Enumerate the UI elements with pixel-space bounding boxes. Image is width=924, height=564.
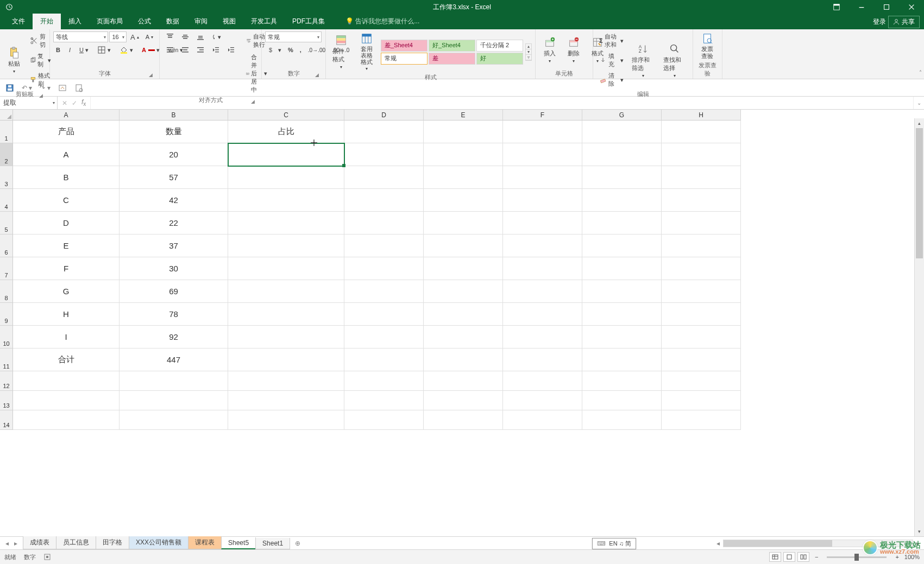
row-header-11[interactable]: 11 — [0, 348, 13, 371]
cell-F2[interactable] — [503, 143, 582, 166]
cell-D7[interactable] — [344, 257, 424, 280]
share-button[interactable]: 共享 — [888, 16, 920, 28]
row-header-4[interactable]: 4 — [0, 189, 13, 212]
clear-button[interactable]: 清除 ▾ — [596, 71, 626, 89]
cell-A3[interactable]: B — [13, 166, 120, 189]
autosum-button[interactable]: Σ 自动求和 ▾ — [596, 31, 626, 50]
cell-C9[interactable] — [228, 303, 344, 326]
cell-F5[interactable] — [503, 212, 582, 235]
enter-formula-button[interactable]: ✓ — [72, 99, 77, 107]
view-normal-button[interactable] — [769, 552, 781, 562]
cell-E10[interactable] — [424, 326, 503, 348]
cell-D4[interactable] — [344, 189, 424, 212]
cell-E13[interactable] — [424, 391, 503, 410]
percent-button[interactable]: % — [285, 46, 296, 54]
cell-G3[interactable] — [582, 166, 662, 189]
row-header-6[interactable]: 6 — [0, 235, 13, 257]
cell-B11[interactable]: 447 — [120, 348, 228, 371]
sheet-tab-课程表[interactable]: 课程表 — [188, 536, 222, 549]
ime-indicator[interactable]: ⌨EN ♫ 简 — [592, 538, 636, 549]
conditional-formatting-button[interactable]: 条件格式▾ — [329, 33, 353, 71]
cell-A10[interactable]: I — [13, 326, 120, 348]
cell-A6[interactable]: E — [13, 235, 120, 257]
cell-G5[interactable] — [582, 212, 662, 235]
tab-插入[interactable]: 插入 — [61, 14, 89, 29]
cell-C5[interactable] — [228, 212, 344, 235]
cell-E3[interactable] — [424, 166, 503, 189]
cell-G10[interactable] — [582, 326, 662, 348]
row-header-13[interactable]: 13 — [0, 391, 13, 410]
cell-F12[interactable] — [503, 371, 582, 391]
alignment-launcher[interactable]: ◢ — [251, 99, 257, 104]
cell-styles-gallery[interactable]: 差_Sheet4好_Sheet4千位分隔 2常规差好 — [381, 40, 523, 65]
cell-A9[interactable]: H — [13, 303, 120, 326]
tab-file[interactable]: 文件 — [4, 14, 33, 29]
tab-开始[interactable]: 开始 — [33, 14, 61, 29]
cell-B3[interactable]: 57 — [120, 166, 228, 189]
decrease-font-button[interactable]: A▾ — [143, 33, 156, 41]
cell-A13[interactable] — [13, 391, 120, 410]
spreadsheet-grid[interactable]: ABCDEFGH 1产品数量占比2A203B574C425D226E377F30… — [0, 110, 924, 435]
h-scroll-left[interactable]: ◂ — [716, 540, 720, 547]
cell-B1[interactable]: 数量 — [120, 121, 228, 143]
vertical-scrollbar[interactable]: ▴ ▾ — [914, 118, 924, 536]
cell-F7[interactable] — [503, 257, 582, 280]
cell-B4[interactable]: 42 — [120, 189, 228, 212]
align-left-button[interactable] — [163, 45, 177, 55]
accounting-format-button[interactable]: $▾ — [265, 45, 284, 55]
cell-G6[interactable] — [582, 235, 662, 257]
increase-font-button[interactable]: A▴ — [128, 32, 142, 42]
cell-H11[interactable] — [662, 348, 741, 371]
view-page-layout-button[interactable] — [783, 552, 795, 562]
style-cell-5[interactable]: 好 — [476, 53, 523, 65]
row-header-7[interactable]: 7 — [0, 257, 13, 280]
cell-A11[interactable]: 合计 — [13, 348, 120, 371]
cell-F3[interactable] — [503, 166, 582, 189]
cell-B2[interactable]: 20 — [120, 143, 228, 166]
cell-H4[interactable] — [662, 189, 741, 212]
cell-D5[interactable] — [344, 212, 424, 235]
cell-E11[interactable] — [424, 348, 503, 371]
window-maximize[interactable] — [874, 0, 899, 14]
cell-H10[interactable] — [662, 326, 741, 348]
cell-D9[interactable] — [344, 303, 424, 326]
number-format-combo[interactable]: 常规▾ — [265, 31, 322, 42]
cell-H6[interactable] — [662, 235, 741, 257]
window-minimize[interactable] — [849, 0, 874, 14]
style-cell-4[interactable]: 差 — [429, 53, 475, 65]
cell-A4[interactable]: C — [13, 189, 120, 212]
col-header-D[interactable]: D — [344, 110, 424, 121]
invoice-check-button[interactable]: 发票 查验 — [696, 31, 718, 60]
cell-B8[interactable]: 69 — [120, 280, 228, 303]
border-button[interactable]: ▾ — [95, 45, 114, 55]
col-header-A[interactable]: A — [13, 110, 120, 121]
col-header-H[interactable]: H — [662, 110, 741, 121]
font-name-combo[interactable]: 等线▾ — [53, 31, 108, 42]
cell-F4[interactable] — [503, 189, 582, 212]
cell-C2[interactable] — [228, 143, 344, 166]
cell-F1[interactable] — [503, 121, 582, 143]
cell-G11[interactable] — [582, 348, 662, 371]
cell-H12[interactable] — [662, 371, 741, 391]
cell-B10[interactable]: 92 — [120, 326, 228, 348]
increase-indent-button[interactable] — [224, 45, 238, 55]
cell-B12[interactable] — [120, 371, 228, 391]
cell-A12[interactable] — [13, 371, 120, 391]
align-bottom-button[interactable] — [193, 31, 208, 42]
cell-H2[interactable] — [662, 143, 741, 166]
orientation-button[interactable]: ⤹ ▾ — [209, 33, 224, 42]
cell-C7[interactable] — [228, 257, 344, 280]
cell-B7[interactable]: 30 — [120, 257, 228, 280]
row-header-12[interactable]: 12 — [0, 371, 13, 391]
cell-A14[interactable] — [13, 410, 120, 430]
ribbon-display-options[interactable] — [824, 0, 849, 14]
cell-A1[interactable]: 产品 — [13, 121, 120, 143]
cell-B5[interactable]: 22 — [120, 212, 228, 235]
tab-公式[interactable]: 公式 — [130, 14, 159, 29]
underline-button[interactable]: U ▾ — [77, 46, 91, 55]
format-as-table-button[interactable]: 套用 表格格式▾ — [355, 31, 378, 72]
number-launcher[interactable]: ◢ — [315, 72, 321, 78]
row-header-2[interactable]: 2 — [0, 143, 13, 166]
font-launcher[interactable]: ◢ — [149, 72, 155, 78]
view-page-break-button[interactable] — [797, 552, 809, 562]
